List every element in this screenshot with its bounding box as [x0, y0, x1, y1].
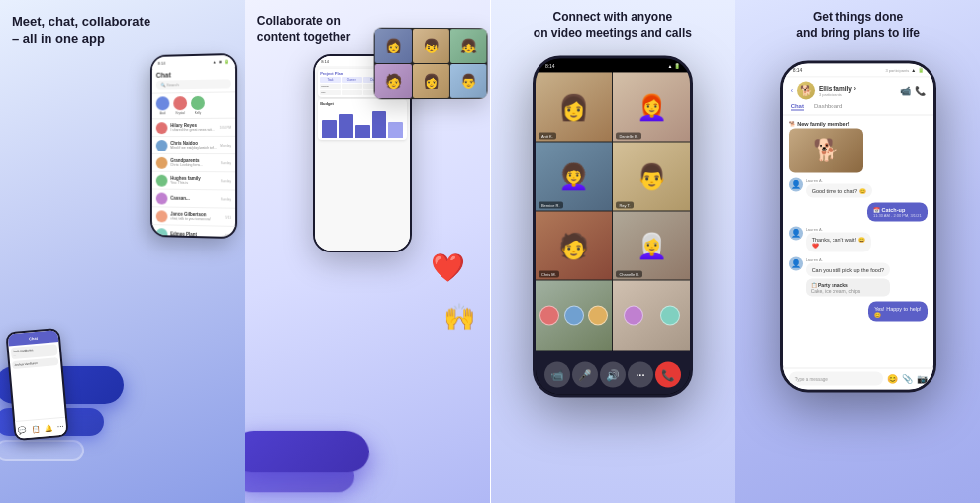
video-icon[interactable]: 📹	[900, 85, 911, 95]
end-call-button[interactable]: 📞	[655, 362, 681, 388]
list-item[interactable]: Jance Gilbertson chat, talk to you tomor…	[152, 207, 235, 227]
msg-received-2: 👤 Lauren A. Thanks, can't wait! 😄❤️	[789, 226, 928, 252]
more-button[interactable]: ···	[628, 362, 653, 388]
msg-received-3: 👤 Lauren A. Can you still pick up the fo…	[789, 256, 928, 296]
message-input[interactable]: Type a message	[789, 372, 883, 386]
chat-phone-3d: 8:14 ▲ ◾ 🔋 Chat 🔍 Search Aadi Krystal Ke…	[150, 53, 237, 239]
chat-list: Hilary Reyes I shared the great news wit…	[152, 119, 235, 239]
mic-button[interactable]: 🎤	[572, 362, 598, 388]
video-phone: 8:14 ▲ 🔋 Antt K. 👩 Danielle B. 👩‍🦰 Berni…	[533, 55, 693, 397]
panel-tasks: Get things doneand bring plans to life 8…	[735, 0, 980, 503]
list-item[interactable]: Cassan... Sunday	[152, 189, 235, 208]
panel-4-title: Get things doneand bring plans to life	[784, 0, 931, 45]
list-item[interactable]: Edmee Plant 5/11	[152, 225, 235, 239]
attach-button[interactable]: 📎	[902, 374, 913, 384]
camera-button[interactable]: 📹	[544, 362, 570, 388]
phone-icon[interactable]: 📞	[915, 85, 926, 95]
msg-sent-invite: 📅 Catch-up 11:30 AM - 2:00 PM, 3/1/21	[789, 202, 928, 221]
panel-1-title: Meet, chat, collaborate – all in one app	[0, 0, 245, 53]
tab-dashboard[interactable]: Dashboard	[814, 102, 842, 110]
list-item[interactable]: Chris Naidoo Mind if we eat/play/watch t…	[152, 137, 235, 154]
camera-button-input[interactable]: 📷	[917, 374, 928, 384]
blue-ring-2	[0, 440, 84, 461]
tab-chat[interactable]: Chat	[791, 102, 804, 110]
panel-collaborate: Collaborate oncontent together 👩 👦 👧 🧑 👩…	[245, 0, 490, 503]
msg-received-1: 👤 Lauren A. Good time to chat? 😊	[789, 177, 928, 197]
panel-2-title: Collaborate oncontent together	[245, 0, 490, 50]
list-item[interactable]: Hughes family You: This is Sunday	[152, 172, 235, 191]
msg-notification: 🐕 New family member! 🐕	[789, 120, 928, 172]
panel-3-title: Connect with anyoneon video meetings and…	[524, 0, 702, 45]
panel-video: Connect with anyoneon video meetings and…	[491, 0, 735, 503]
emoji-button[interactable]: 😊	[887, 374, 898, 384]
clap-emoji: 🙌	[443, 302, 475, 333]
list-item[interactable]: Hilary Reyes I shared the great news wit…	[152, 119, 235, 137]
msg-sent-reply: Yes! Happy to help!😊	[789, 301, 928, 321]
search-bar[interactable]: 🔍 Search	[156, 79, 231, 89]
chat-app-phone: 8:14 3 participants ▲ 🔋 ‹ 🐕 Ellis family…	[780, 60, 936, 392]
heart-emoji: ❤️	[431, 252, 465, 284]
list-item[interactable]: Grandparents Chris: Looking forw... Sund…	[152, 154, 235, 172]
speaker-button[interactable]: 🔊	[600, 362, 626, 388]
panel-meet-chat: Meet, chat, collaborate – all in one app…	[0, 0, 245, 503]
small-phone: Chat Josh VanBuren ... Joshua VanBuren 💬…	[5, 328, 68, 441]
purple-ring-large	[245, 431, 371, 472]
